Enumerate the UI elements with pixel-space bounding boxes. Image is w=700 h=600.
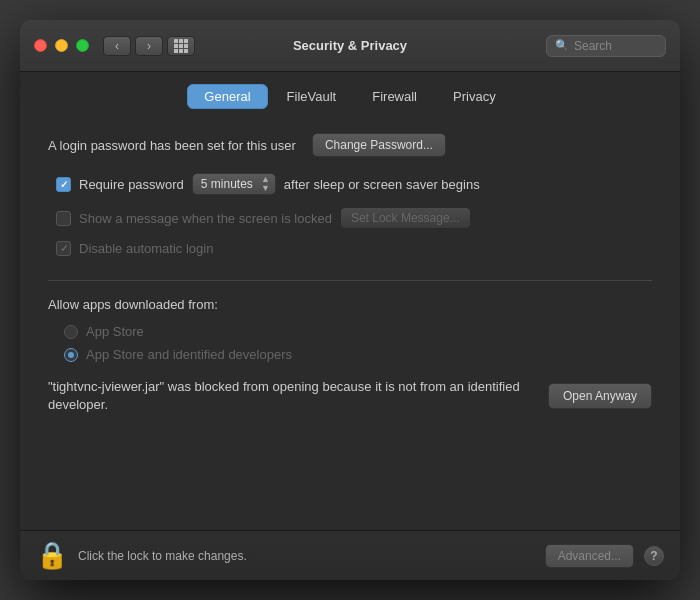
blocked-message-row: "tightvnc-jviewer.jar" was blocked from … [48, 378, 652, 414]
radio-app-store-identified-row: App Store and identified developers [64, 347, 652, 362]
close-button[interactable] [34, 39, 47, 52]
lock-icon[interactable]: 🔒 [36, 540, 68, 571]
tab-general[interactable]: General [187, 84, 267, 109]
radio-app-store-label: App Store [86, 324, 144, 339]
require-password-dropdown[interactable]: 5 minutes ▲ ▼ [192, 173, 276, 195]
search-placeholder: Search [574, 39, 612, 53]
lock-text: Click the lock to make changes. [78, 549, 535, 563]
radio-app-store-identified[interactable] [64, 348, 78, 362]
traffic-lights [34, 39, 89, 52]
dropdown-arrow-icon: ▲ ▼ [261, 175, 270, 193]
require-password-checkbox[interactable] [56, 177, 71, 192]
login-password-row: A login password has been set for this u… [48, 133, 652, 157]
login-password-text: A login password has been set for this u… [48, 138, 296, 153]
search-icon: 🔍 [555, 39, 569, 52]
window-title: Security & Privacy [293, 38, 407, 53]
window: ‹ › Security & Privacy 🔍 Search General … [20, 20, 680, 580]
help-button[interactable]: ? [644, 546, 664, 566]
titlebar: ‹ › Security & Privacy 🔍 Search [20, 20, 680, 72]
require-password-label: Require password [79, 177, 184, 192]
grid-icon [174, 39, 188, 53]
allow-apps-title: Allow apps downloaded from: [48, 297, 652, 312]
maximize-button[interactable] [76, 39, 89, 52]
radio-app-store[interactable] [64, 325, 78, 339]
tab-firewall[interactable]: Firewall [355, 84, 434, 109]
tab-privacy[interactable]: Privacy [436, 84, 513, 109]
radio-app-store-identified-label: App Store and identified developers [86, 347, 292, 362]
advanced-button[interactable]: Advanced... [545, 544, 634, 568]
show-message-label: Show a message when the screen is locked [79, 211, 332, 226]
minimize-button[interactable] [55, 39, 68, 52]
grid-button[interactable] [167, 36, 195, 56]
dropdown-value: 5 minutes [201, 177, 253, 191]
radio-group: App Store App Store and identified devel… [64, 324, 652, 362]
disable-login-checkbox[interactable] [56, 241, 71, 256]
screen-locked-row: Show a message when the screen is locked… [56, 207, 652, 229]
content-area: A login password has been set for this u… [20, 117, 680, 530]
blocked-text: "tightvnc-jviewer.jar" was blocked from … [48, 378, 536, 414]
tab-filevault[interactable]: FileVault [270, 84, 354, 109]
divider [48, 280, 652, 281]
set-lock-message-button[interactable]: Set Lock Message... [340, 207, 471, 229]
change-password-button[interactable]: Change Password... [312, 133, 446, 157]
disable-login-label: Disable automatic login [79, 241, 213, 256]
disable-login-row: Disable automatic login [56, 241, 652, 256]
require-password-suffix: after sleep or screen saver begins [284, 177, 480, 192]
show-message-checkbox[interactable] [56, 211, 71, 226]
footer: 🔒 Click the lock to make changes. Advanc… [20, 530, 680, 580]
open-anyway-button[interactable]: Open Anyway [548, 383, 652, 409]
back-button[interactable]: ‹ [103, 36, 131, 56]
nav-buttons: ‹ › [103, 36, 163, 56]
require-password-row: Require password 5 minutes ▲ ▼ after sle… [56, 173, 652, 195]
search-box[interactable]: 🔍 Search [546, 35, 666, 57]
tab-bar: General FileVault Firewall Privacy [20, 72, 680, 117]
forward-button[interactable]: › [135, 36, 163, 56]
radio-app-store-row: App Store [64, 324, 652, 339]
